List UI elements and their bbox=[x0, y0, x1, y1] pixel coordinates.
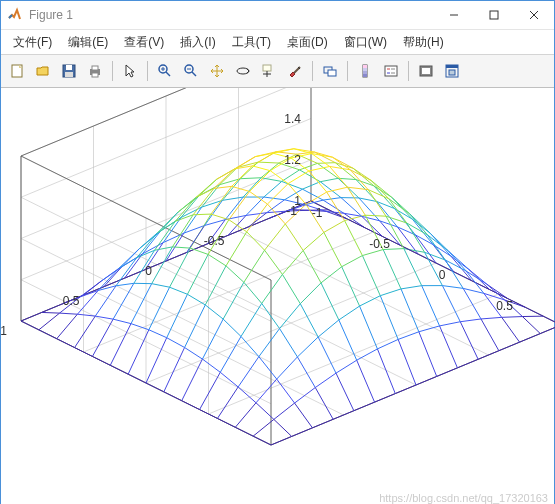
menu-file[interactable]: 文件(F) bbox=[5, 32, 60, 53]
svg-line-263 bbox=[481, 317, 502, 319]
svg-line-434 bbox=[193, 214, 211, 215]
svg-rect-26 bbox=[363, 65, 367, 68]
svg-line-286 bbox=[312, 419, 333, 428]
svg-line-330 bbox=[502, 317, 520, 342]
svg-line-290 bbox=[329, 210, 347, 219]
svg-line-226 bbox=[324, 221, 345, 233]
svg-line-178 bbox=[395, 209, 416, 235]
menu-insert[interactable]: 插入(I) bbox=[172, 32, 223, 53]
svg-line-344 bbox=[481, 319, 499, 351]
svg-line-479 bbox=[185, 347, 203, 359]
svg-line-397 bbox=[345, 221, 363, 256]
svg-line-200 bbox=[247, 204, 268, 232]
save-button[interactable] bbox=[57, 59, 81, 83]
svg-rect-39 bbox=[449, 70, 455, 75]
svg-rect-27 bbox=[363, 68, 367, 71]
svg-line-467 bbox=[241, 336, 259, 356]
link-plot-button[interactable] bbox=[318, 59, 342, 83]
svg-line-464 bbox=[187, 294, 205, 305]
data-cursor-button[interactable] bbox=[257, 59, 281, 83]
menu-window[interactable]: 窗口(W) bbox=[336, 32, 395, 53]
svg-line-435 bbox=[211, 214, 229, 220]
svg-text:0.5: 0.5 bbox=[496, 299, 513, 313]
pointer-button[interactable] bbox=[118, 59, 142, 83]
svg-line-276 bbox=[520, 334, 541, 343]
svg-line-378 bbox=[276, 149, 294, 152]
svg-rect-29 bbox=[363, 74, 367, 77]
svg-line-158 bbox=[193, 188, 214, 214]
pan-button[interactable] bbox=[205, 59, 229, 83]
hide-plot-tools-button[interactable] bbox=[414, 59, 438, 83]
print-button[interactable] bbox=[83, 59, 107, 83]
svg-line-216 bbox=[223, 282, 244, 319]
svg-line-460 bbox=[116, 283, 134, 285]
svg-line-147 bbox=[113, 283, 134, 319]
svg-rect-28 bbox=[363, 71, 367, 74]
svg-text:1.2: 1.2 bbox=[284, 153, 301, 167]
svg-line-355 bbox=[407, 223, 425, 252]
colorbar-button[interactable] bbox=[353, 59, 377, 83]
open-button[interactable] bbox=[31, 59, 55, 83]
svg-line-475 bbox=[113, 319, 131, 323]
svg-line-266 bbox=[419, 326, 440, 332]
titlebar[interactable]: Figure 1 bbox=[1, 1, 554, 30]
dock-button[interactable] bbox=[440, 59, 464, 83]
separator bbox=[347, 61, 348, 81]
svg-line-269 bbox=[357, 349, 378, 360]
separator bbox=[147, 61, 148, 81]
svg-line-375 bbox=[222, 179, 240, 201]
svg-line-244 bbox=[259, 329, 280, 357]
svg-rect-24 bbox=[328, 70, 336, 76]
zoom-in-button[interactable] bbox=[153, 59, 177, 83]
svg-line-484 bbox=[274, 419, 292, 436]
svg-line-414 bbox=[377, 349, 395, 394]
legend-button[interactable] bbox=[379, 59, 403, 83]
menu-help[interactable]: 帮助(H) bbox=[395, 32, 452, 53]
svg-line-277 bbox=[499, 342, 520, 351]
menu-desktop[interactable]: 桌面(D) bbox=[279, 32, 336, 53]
svg-rect-9 bbox=[92, 66, 98, 70]
svg-line-486 bbox=[39, 330, 57, 339]
svg-line-425 bbox=[303, 250, 321, 282]
svg-line-468 bbox=[259, 357, 277, 379]
svg-line-381 bbox=[330, 166, 348, 187]
minimize-button[interactable] bbox=[434, 1, 474, 29]
svg-line-201 bbox=[226, 232, 247, 266]
close-button[interactable] bbox=[514, 1, 554, 29]
svg-line-465 bbox=[205, 305, 223, 319]
svg-line-91 bbox=[42, 304, 63, 313]
svg-line-291 bbox=[347, 219, 365, 228]
svg-text:-0.5: -0.5 bbox=[369, 237, 390, 251]
rotate-3d-button[interactable] bbox=[231, 59, 255, 83]
new-figure-button[interactable] bbox=[5, 59, 29, 83]
svg-line-272 bbox=[295, 388, 316, 404]
svg-rect-1 bbox=[490, 11, 498, 19]
zoom-out-button[interactable] bbox=[179, 59, 203, 83]
svg-line-395 bbox=[309, 171, 327, 192]
figure-window: Figure 1 文件(F) 编辑(E) 查看(V) 插入(I) 工具(T) 桌… bbox=[0, 0, 555, 504]
svg-line-262 bbox=[502, 317, 523, 318]
menu-edit[interactable]: 编辑(E) bbox=[60, 32, 116, 53]
svg-line-472 bbox=[60, 313, 78, 314]
brush-button[interactable] bbox=[283, 59, 307, 83]
svg-line-480 bbox=[202, 359, 220, 372]
svg-line-285 bbox=[333, 411, 354, 420]
svg-line-451 bbox=[226, 266, 244, 282]
svg-line-280 bbox=[437, 368, 458, 377]
svg-line-436 bbox=[229, 220, 247, 232]
svg-text:0: 0 bbox=[145, 264, 152, 278]
menu-tools[interactable]: 工具(T) bbox=[224, 32, 279, 53]
svg-line-123 bbox=[302, 189, 323, 200]
svg-line-218 bbox=[182, 359, 203, 401]
svg-line-281 bbox=[416, 376, 437, 385]
menu-view[interactable]: 查看(V) bbox=[116, 32, 172, 53]
svg-line-172 bbox=[211, 186, 232, 214]
matlab-icon bbox=[7, 7, 23, 23]
svg-line-243 bbox=[280, 304, 301, 329]
maximize-button[interactable] bbox=[474, 1, 514, 29]
svg-line-230 bbox=[241, 303, 262, 336]
axes-3d[interactable]: 11.21.41.61.8-1-0.500.51-1-0.500.51 http… bbox=[1, 88, 554, 504]
svg-line-448 bbox=[172, 247, 190, 248]
svg-line-385 bbox=[401, 289, 419, 332]
svg-line-424 bbox=[285, 224, 303, 251]
